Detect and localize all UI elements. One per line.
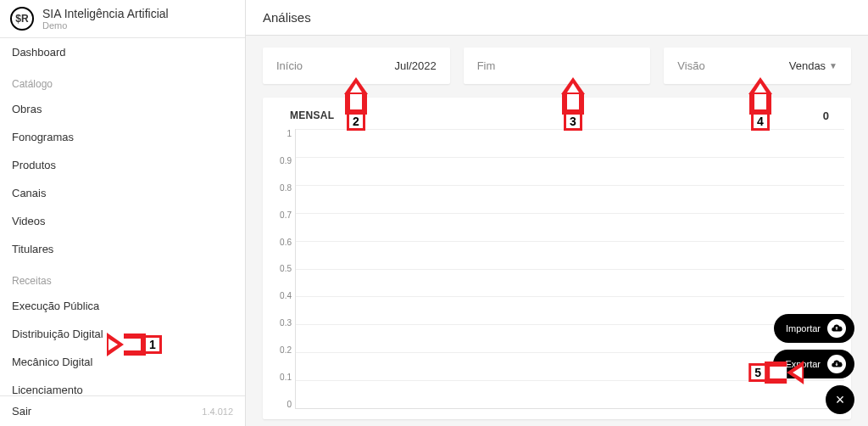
sidebar-item-dashboard[interactable]: Dashboard xyxy=(0,38,245,66)
filter-start-label: Início xyxy=(276,59,303,72)
ytick: 0.5 xyxy=(280,264,292,273)
filter-vision-label: Visão xyxy=(677,59,704,72)
sidebar-item-produtos[interactable]: Produtos xyxy=(0,151,245,179)
sidebar-item-videos[interactable]: Videos xyxy=(0,207,245,235)
brand-subtitle: Demo xyxy=(42,20,169,31)
ytick: 0.8 xyxy=(280,183,292,193)
filter-start[interactable]: Início Jul/2022 xyxy=(263,48,450,84)
export-button[interactable]: Exportar xyxy=(773,350,854,378)
ytick: 0.9 xyxy=(280,156,292,165)
sidebar-scroll[interactable]: Dashboard Catálogo Obras Fonogramas Prod… xyxy=(0,38,245,395)
filter-start-value: Jul/2022 xyxy=(395,59,437,72)
export-label: Exportar xyxy=(785,359,821,369)
cloud-upload-icon xyxy=(827,319,846,338)
filter-vision[interactable]: Visão Vendas ▼ xyxy=(664,48,851,84)
sidebar-section-receitas: Receitas xyxy=(0,263,245,292)
close-icon: × xyxy=(836,391,845,409)
sidebar-item-fonogramas[interactable]: Fonogramas xyxy=(0,123,245,151)
ytick: 0.3 xyxy=(280,318,292,328)
ytick: 0.7 xyxy=(280,210,292,220)
chevron-down-icon: ▼ xyxy=(829,61,837,70)
ytick: 0.4 xyxy=(280,291,292,300)
filter-end-label: Fim xyxy=(477,59,496,72)
sidebar-section-catalogo: Catálogo xyxy=(0,66,245,95)
filter-row: Início Jul/2022 Fim Visão Vendas ▼ xyxy=(263,48,851,84)
chart-grid xyxy=(295,129,844,409)
filter-end[interactable]: Fim xyxy=(464,48,651,84)
fab-stack: Importar Exportar × xyxy=(773,314,854,414)
brand-title: SIA Inteligência Artificial xyxy=(42,7,169,20)
ytick: 0 xyxy=(287,400,292,409)
main: Análises Início Jul/2022 Fim Visão Venda… xyxy=(246,0,868,426)
page-title: Análises xyxy=(246,0,868,36)
filter-vision-value: Vendas xyxy=(789,59,826,72)
sidebar-item-mecanico-digital[interactable]: Mecânico Digital xyxy=(0,348,245,376)
chart-y-axis: 1 0.9 0.8 0.7 0.6 0.5 0.4 0.3 0.2 0.1 0 xyxy=(270,129,295,409)
cloud-download-icon xyxy=(827,355,846,373)
import-label: Importar xyxy=(786,323,821,334)
close-fab-button[interactable]: × xyxy=(826,385,854,414)
import-button[interactable]: Importar xyxy=(774,314,854,343)
chart-card: MENSAL 0 1 0.9 0.8 0.7 0.6 0.5 0.4 0.3 0… xyxy=(263,98,851,419)
ytick: 1 xyxy=(287,129,292,138)
sidebar-item-titulares[interactable]: Titulares xyxy=(0,235,245,263)
sidebar-header: $R SIA Inteligência Artificial Demo xyxy=(0,0,245,38)
version-label: 1.4.012 xyxy=(202,406,233,417)
exit-button[interactable]: Sair xyxy=(12,405,31,418)
ytick: 0.6 xyxy=(280,238,292,247)
sidebar: $R SIA Inteligência Artificial Demo Dash… xyxy=(0,0,246,426)
ytick: 0.2 xyxy=(280,345,292,355)
sidebar-item-licenciamento[interactable]: Licenciamento xyxy=(0,376,245,395)
sidebar-item-canais[interactable]: Canais xyxy=(0,179,245,207)
chart-total: 0 xyxy=(823,109,829,122)
chart-title: MENSAL xyxy=(290,109,334,122)
ytick: 0.1 xyxy=(280,373,292,382)
sidebar-item-obras[interactable]: Obras xyxy=(0,95,245,123)
brand-logo-icon: $R xyxy=(10,7,34,31)
sidebar-footer: Sair 1.4.012 xyxy=(0,395,245,426)
sidebar-item-distribuicao-digital[interactable]: Distribuição Digital xyxy=(0,320,245,348)
sidebar-item-execucao-publica[interactable]: Execução Pública xyxy=(0,292,245,320)
